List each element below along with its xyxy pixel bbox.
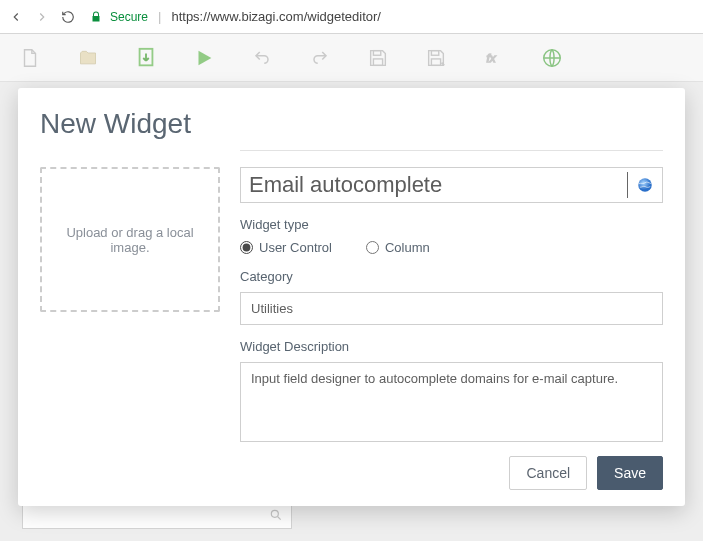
svg-text:fx: fx: [487, 51, 497, 64]
description-textarea[interactable]: [240, 362, 663, 442]
radio-column-input[interactable]: [366, 241, 379, 254]
upload-dropzone[interactable]: Upload or drag a local image.: [40, 167, 220, 312]
browser-address-bar: Secure | https://www.bizagi.com/widgeted…: [0, 0, 703, 34]
app-toolbar: fx: [0, 34, 703, 82]
save-icon[interactable]: [366, 46, 390, 70]
category-input[interactable]: [240, 292, 663, 325]
widget-name-row: [240, 167, 663, 203]
cancel-button[interactable]: Cancel: [509, 456, 587, 490]
secure-label: Secure: [110, 10, 148, 24]
svg-point-7: [271, 510, 278, 517]
svg-rect-3: [431, 50, 438, 55]
url-box[interactable]: Secure | https://www.bizagi.com/widgeted…: [86, 9, 695, 24]
widget-type-label: Widget type: [240, 217, 663, 232]
save-as-icon[interactable]: [424, 46, 448, 70]
lock-icon: [90, 11, 102, 23]
radio-user-control[interactable]: User Control: [240, 240, 332, 255]
modal-title: New Widget: [40, 108, 663, 140]
globe-icon[interactable]: [540, 46, 564, 70]
category-label: Category: [240, 269, 663, 284]
save-button[interactable]: Save: [597, 456, 663, 490]
forward-button[interactable]: [34, 9, 50, 25]
open-folder-icon[interactable]: [76, 46, 100, 70]
description-label: Widget Description: [240, 339, 663, 354]
reload-button[interactable]: [60, 9, 76, 25]
download-icon[interactable]: [134, 46, 158, 70]
svg-rect-2: [373, 58, 382, 64]
url-text: https://www.bizagi.com/widgeteditor/: [171, 9, 381, 24]
radio-user-control-input[interactable]: [240, 241, 253, 254]
new-file-icon[interactable]: [18, 46, 42, 70]
svg-line-8: [278, 517, 281, 520]
svg-rect-1: [373, 50, 380, 55]
svg-point-9: [638, 178, 652, 192]
undo-icon[interactable]: [250, 46, 274, 70]
radio-column[interactable]: Column: [366, 240, 430, 255]
widget-name-input[interactable]: [249, 172, 628, 198]
globe-suffix-icon[interactable]: [636, 176, 654, 194]
function-fx-icon[interactable]: fx: [482, 46, 506, 70]
search-icon: [269, 508, 283, 522]
play-icon[interactable]: [192, 46, 216, 70]
svg-rect-4: [431, 58, 440, 64]
redo-icon[interactable]: [308, 46, 332, 70]
new-widget-modal: New Widget Upload or drag a local image.…: [18, 88, 685, 506]
upload-text: Upload or drag a local image.: [52, 225, 208, 255]
back-button[interactable]: [8, 9, 24, 25]
